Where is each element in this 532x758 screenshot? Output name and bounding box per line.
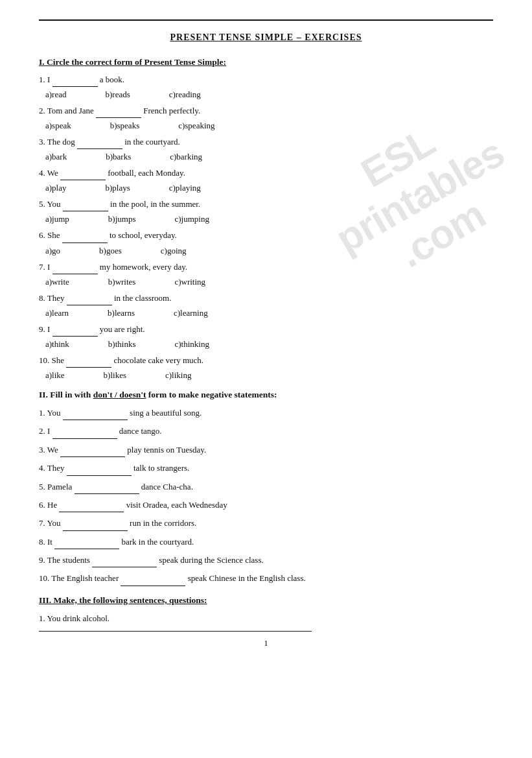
options-row: a)thinkb)thinksc)thinking xyxy=(45,339,493,349)
section2-items: 1. You sing a beautiful song.2. I dance … xyxy=(39,405,493,586)
blank xyxy=(60,448,125,457)
section1-item: 1. I a book. xyxy=(39,73,493,87)
blank xyxy=(96,109,141,118)
options-row: a)likeb)likesc)liking xyxy=(45,370,493,381)
section1-item: 6. She to school, everyday. xyxy=(39,228,493,243)
option-label: c)jumping xyxy=(174,214,209,224)
blank xyxy=(52,430,117,439)
option-label: b)writes xyxy=(108,277,136,287)
section1-item: 9. I you are right. xyxy=(39,322,493,337)
blank xyxy=(67,467,132,476)
section1-item: 7. I my homework, every day. xyxy=(39,260,493,274)
option-label: b)likes xyxy=(104,370,126,381)
blank xyxy=(77,140,122,149)
option-label: b)barks xyxy=(106,152,131,162)
section1-item: 8. They in the classroom. xyxy=(39,291,493,305)
page-title: PRESENT TENSE SIMPLE – EXERCISES xyxy=(39,32,493,43)
section1-item: 4. We football, each Monday. xyxy=(39,166,493,180)
section-3: III. Make, the following sentences, ques… xyxy=(39,595,493,626)
options-row: a)writeb)writesc)writing xyxy=(45,277,493,287)
section2-item: 6. He visit Oradea, each Wednesday xyxy=(39,497,493,512)
page: PRESENT TENSE SIMPLE – EXERCISES I. Circ… xyxy=(0,0,532,758)
option-label: c)reading xyxy=(169,89,201,100)
options-row: a)gob)goesc)going xyxy=(45,246,493,256)
section-2: II. Fill in with don't / doesn't form to… xyxy=(39,390,493,586)
option-label: c)writing xyxy=(174,277,205,287)
blank xyxy=(121,577,185,586)
option-label: c)barking xyxy=(170,152,202,162)
option-label: c)thinking xyxy=(174,339,209,349)
options-row: a)learnb)learnsc)learning xyxy=(45,308,493,318)
option-label: a)bark xyxy=(45,152,67,162)
blank xyxy=(67,296,112,305)
option-label: c)speaking xyxy=(178,121,214,131)
option-label: b)reads xyxy=(105,89,130,100)
option-label: c)liking xyxy=(165,370,191,381)
section1-item: 3. The dog in the courtyard. xyxy=(39,135,493,149)
option-label: a)like xyxy=(45,370,65,381)
option-label: b)plays xyxy=(105,183,130,193)
option-label: b)goes xyxy=(99,246,122,256)
section-1: I. Circle the correct form of Present Te… xyxy=(39,57,493,381)
section3-items: 1. You drink alcohol. xyxy=(39,611,493,626)
blank xyxy=(92,558,157,567)
blank xyxy=(63,522,128,531)
options-row: a)speakb)speaksc)speaking xyxy=(45,121,493,131)
options-row: a)playb)playsc)playing xyxy=(45,183,493,193)
option-label: c)going xyxy=(161,246,187,256)
section2-item: 4. They talk to strangers. xyxy=(39,460,493,475)
blank xyxy=(62,234,108,243)
option-label: c)playing xyxy=(169,183,201,193)
blank xyxy=(75,485,139,494)
option-label: b)jumps xyxy=(108,214,136,224)
option-label: a)speak xyxy=(45,121,71,131)
option-label: a)go xyxy=(45,246,60,256)
section2-item: 5. Pamela dance Cha-cha. xyxy=(39,479,493,494)
section3-heading: III. Make, the following sentences, ques… xyxy=(39,595,493,606)
bottom-line xyxy=(39,631,312,632)
section1-item: 5. You in the pool, in the summer. xyxy=(39,197,493,211)
option-label: b)speaks xyxy=(110,121,140,131)
options-row: a)barkb)barksc)barking xyxy=(45,152,493,162)
section2-heading: II. Fill in with don't / doesn't form to… xyxy=(39,390,493,400)
blank xyxy=(52,327,98,337)
options-row: a)readb)readsc)reading xyxy=(45,89,493,100)
section1-heading: I. Circle the correct form of Present Te… xyxy=(39,57,493,67)
section2-item: 3. We play tennis on Tuesday. xyxy=(39,442,493,457)
section2-item: 7. You run in the corridors. xyxy=(39,515,493,530)
section1-item: 2. Tom and Jane French perfectly. xyxy=(39,104,493,118)
blank xyxy=(54,540,119,549)
section1-item: 10. She chocolate cake very much. xyxy=(39,353,493,368)
option-label: a)jump xyxy=(45,214,69,224)
top-line xyxy=(39,19,493,21)
option-label: a)learn xyxy=(45,308,69,318)
page-number: 1 xyxy=(39,638,493,648)
option-label: a)read xyxy=(45,89,66,100)
section2-item: 1. You sing a beautiful song. xyxy=(39,405,493,420)
options-row: a)jumpb)jumpsc)jumping xyxy=(45,214,493,224)
option-label: a)play xyxy=(45,183,66,193)
section2-item: 10. The English teacher speak Chinese in… xyxy=(39,571,493,586)
section1-items: 1. I a book.a)readb)readsc)reading2. Tom… xyxy=(39,73,493,381)
blank xyxy=(63,411,128,420)
section2-item: 8. It bark in the courtyard. xyxy=(39,534,493,549)
blank xyxy=(59,503,124,512)
blank xyxy=(63,202,108,211)
section2-item: 9. The students speak during the Science… xyxy=(39,552,493,567)
option-label: a)think xyxy=(45,339,69,349)
option-label: a)write xyxy=(45,277,69,287)
option-label: c)learning xyxy=(174,308,208,318)
option-label: b)learns xyxy=(108,308,135,318)
option-label: b)thinks xyxy=(108,339,136,349)
section3-item: 1. You drink alcohol. xyxy=(39,611,493,626)
section2-item: 2. I dance tango. xyxy=(39,423,493,438)
blank xyxy=(52,78,98,87)
blank xyxy=(66,359,111,368)
blank xyxy=(60,171,106,180)
blank xyxy=(52,265,98,274)
